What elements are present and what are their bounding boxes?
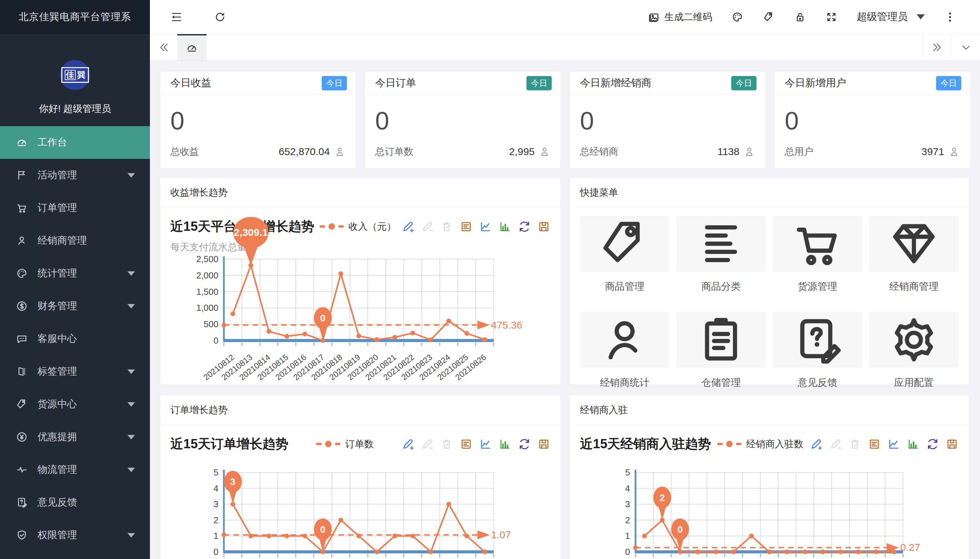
line-chart-icon[interactable] xyxy=(479,220,492,233)
sidebar-item-11[interactable]: 物流管理 xyxy=(0,453,150,486)
trash-icon[interactable] xyxy=(440,220,453,233)
average-line-label: 0.27 xyxy=(900,542,920,553)
theme-button[interactable] xyxy=(722,11,753,23)
restore-icon[interactable] xyxy=(518,438,531,451)
bar-chart-icon[interactable] xyxy=(498,438,511,451)
sidebar-item-13[interactable]: 权限管理 xyxy=(0,519,150,551)
sidebar-item-14[interactable]: 系统管理 xyxy=(0,551,150,559)
lock-icon xyxy=(794,11,806,23)
legend-marker xyxy=(320,225,325,228)
sidebar-item-9[interactable]: 货源中心 xyxy=(0,388,150,421)
quick-menu-label: 商品管理 xyxy=(605,280,644,293)
user-dropdown[interactable]: 超级管理员 xyxy=(847,10,934,24)
sidebar-item-4[interactable]: 经销商管理 xyxy=(0,224,150,257)
quick-menu-item-7[interactable]: 意见反馈 xyxy=(773,312,862,390)
legend-marker xyxy=(736,443,741,445)
save-icon[interactable] xyxy=(537,438,550,451)
sidebar-item-8[interactable]: 标签管理 xyxy=(0,355,150,388)
edit-minus-icon[interactable] xyxy=(421,438,434,451)
cart-icon xyxy=(773,216,862,272)
sidebar-item-3[interactable]: 订单管理 xyxy=(0,192,150,224)
tabs-dropdown-button[interactable] xyxy=(951,34,980,60)
quick-menu-item-8[interactable]: 应用配置 xyxy=(869,312,959,390)
trash-icon[interactable] xyxy=(440,438,453,451)
legend-item[interactable]: 订单数 xyxy=(288,438,401,451)
edit-add-icon[interactable] xyxy=(401,220,414,233)
sidebar-item-1[interactable]: 工作台 xyxy=(0,126,150,159)
y-tick-label: 1 xyxy=(214,531,218,541)
data-view-icon[interactable] xyxy=(868,438,881,451)
trash-icon[interactable] xyxy=(848,438,861,451)
orders-trend-card: 订单增长趋势 近15天订单增长趋势 订单数 012345202108122021… xyxy=(160,395,561,559)
sidebar-item-6[interactable]: 财务管理 xyxy=(0,290,150,322)
lock-screen-button[interactable] xyxy=(784,11,816,23)
tag-button[interactable] xyxy=(753,11,784,23)
refresh-icon[interactable] xyxy=(214,11,226,23)
edit-add-icon[interactable] xyxy=(810,438,823,451)
edit-minus-icon[interactable] xyxy=(829,438,842,451)
card-title: 快捷菜单 xyxy=(570,178,969,208)
sidebar-item-label: 标签管理 xyxy=(38,365,77,378)
tag-icon xyxy=(580,216,669,272)
sidebar-item-12[interactable]: 意见反馈 xyxy=(0,486,150,519)
bar-chart-icon[interactable] xyxy=(498,220,511,233)
tabs-scroll-left-button[interactable] xyxy=(150,34,177,60)
save-icon[interactable] xyxy=(945,438,959,451)
quick-menu-item-2[interactable]: 商品分类 xyxy=(676,216,766,293)
edit-minus-icon[interactable] xyxy=(421,220,434,233)
y-tick-label: 3 xyxy=(214,499,218,509)
sidebar-item-7[interactable]: 客服中心 xyxy=(0,322,150,355)
restore-icon[interactable] xyxy=(926,438,939,451)
tabs-scroll-right-button[interactable] xyxy=(923,34,951,60)
sidebar-item-10[interactable]: 优惠提拥 xyxy=(0,421,150,453)
quick-menu-tile xyxy=(773,312,862,368)
restore-icon[interactable] xyxy=(518,220,531,233)
line-chart-icon[interactable] xyxy=(479,438,492,451)
save-icon[interactable] xyxy=(537,220,550,233)
y-tick-label: 1,000 xyxy=(196,303,218,313)
chart-toolbar xyxy=(810,438,959,451)
chevron-down-icon xyxy=(127,533,135,538)
quick-menu-item-5[interactable]: 经销商统计 xyxy=(580,312,669,390)
legend-item[interactable]: 经销商入驻数 xyxy=(711,438,810,451)
chevron-down-icon xyxy=(127,173,135,178)
pulse-icon xyxy=(16,463,28,476)
fullscreen-button[interactable] xyxy=(816,11,847,23)
stat-total-label: 总用户 xyxy=(785,145,813,158)
more-menu-button[interactable] xyxy=(934,11,966,23)
chevron-down-icon xyxy=(127,402,135,407)
data-view-icon[interactable] xyxy=(460,220,473,233)
sidebar-item-label: 经销商管理 xyxy=(38,234,87,248)
edit-add-icon[interactable] xyxy=(401,438,414,451)
edit-minus-icon xyxy=(421,438,434,451)
today-badge: 今日 xyxy=(322,76,347,90)
data-view-icon[interactable] xyxy=(460,438,473,451)
stat-total-label: 总收益 xyxy=(170,145,199,158)
stat-value: 0 xyxy=(375,108,550,134)
avatar: 佳 巽 xyxy=(60,60,90,90)
sidebar-item-2[interactable]: 活动管理 xyxy=(0,159,150,192)
quick-menu-item-6[interactable]: 仓储管理 xyxy=(676,312,766,390)
logo-char-1: 佳 xyxy=(65,70,76,80)
feedback-icon xyxy=(773,312,862,368)
flag-icon xyxy=(16,169,28,181)
collapse-menu-icon[interactable] xyxy=(170,11,183,23)
y-tick-label: 5 xyxy=(214,467,218,478)
line-chart-icon[interactable] xyxy=(887,438,900,451)
y-tick-label: 2 xyxy=(214,515,218,525)
dollar-icon xyxy=(16,300,28,312)
tab-workbench[interactable] xyxy=(177,34,206,60)
bar-chart-icon[interactable] xyxy=(907,438,920,451)
sidebar-item-5[interactable]: 统计管理 xyxy=(0,257,150,290)
quick-menu-item-4[interactable]: 经销商管理 xyxy=(869,216,959,293)
tabbar-spacer xyxy=(206,34,923,60)
user-icon xyxy=(580,312,669,368)
quick-menu-item-3[interactable]: 货源管理 xyxy=(773,216,862,293)
legend-item[interactable]: 收入（元） xyxy=(314,220,401,233)
generate-qrcode-button[interactable]: 生成二维码 xyxy=(638,11,722,23)
today-badge: 今日 xyxy=(526,76,552,90)
y-tick-label: 0 xyxy=(214,336,218,346)
quick-menu-item-1[interactable]: 商品管理 xyxy=(580,216,669,293)
feedback-icon xyxy=(16,496,28,509)
data-view-icon xyxy=(460,438,473,451)
